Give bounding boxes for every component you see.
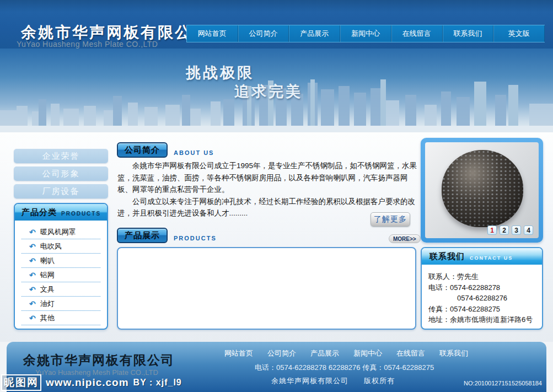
nav-item-about[interactable]: 公司简介 <box>238 25 289 42</box>
category-label: 暖风机网罩 <box>40 227 76 237</box>
banner-slogan-line1: 挑战极限 <box>186 63 254 83</box>
watermark: 昵图网 www.nipic.com BY：xjf_l9 <box>1 374 182 391</box>
intro-paragraph-1: 余姚市华声网板有限公司成立于1995年，是专业生产不锈钢制品，如不锈钢网篮，水果… <box>117 160 418 196</box>
curved-arrow-icon: ↶ <box>29 256 36 265</box>
sidebar-button-factory[interactable]: 厂房设备 <box>14 184 108 198</box>
nav-item-news[interactable]: 新闻中心 <box>340 25 391 42</box>
contact-info: 联系人：劳先生 电话：0574-62288278 0574-62288276 传… <box>422 265 542 325</box>
footer-nav-contact[interactable]: 联系我们 <box>439 348 468 358</box>
product-photo-panel: 1 2 3 4 <box>421 138 543 243</box>
products-en-label: PRODUCTS <box>174 235 217 241</box>
nav-item-contact[interactable]: 联系我们 <box>443 25 494 42</box>
contact-panel: 联系我们 CONTACT US 联系人：劳先生 电话：0574-62288278… <box>421 247 543 330</box>
category-label: 电吹风 <box>40 241 62 251</box>
category-item-speaker[interactable]: ↶ 喇叭 <box>22 254 100 268</box>
page-button-1[interactable]: 1 <box>487 225 497 235</box>
curved-arrow-icon: ↶ <box>29 285 36 294</box>
curved-arrow-icon: ↶ <box>29 242 36 251</box>
footer-nav-message[interactable]: 在线留言 <box>396 348 425 358</box>
category-item-aluminum-mesh[interactable]: ↶ 铝网 <box>22 268 100 282</box>
footer-company-name: 余姚市华声网板有限公司 <box>23 352 175 369</box>
category-item-heater-mesh[interactable]: ↶ 暖风机网罩 <box>22 225 100 239</box>
sidebar-button-honor[interactable]: 企业荣誉 <box>14 149 108 163</box>
footer-nav-home[interactable]: 网站首页 <box>224 348 253 358</box>
contact-address-line: 地址：余姚市低塘街道新洋路6号 <box>428 314 542 325</box>
contact-fax-line: 传真：0574-62288275 <box>428 304 542 315</box>
tab-product-display[interactable]: 产品展示 <box>117 228 168 243</box>
company-logo-subtext: YuYao Huasheng Mesh Plate CO.,LTD <box>17 40 158 49</box>
category-label: 文具 <box>40 284 55 294</box>
contact-phone-line-1: 电话：0574-62288278 <box>428 282 542 293</box>
category-item-other[interactable]: ↶ 其他 <box>22 311 100 325</box>
header: 余姚市华声网板有限公司 YuYao Huasheng Mesh Plate CO… <box>0 0 553 49</box>
footer-nav-about[interactable]: 公司简介 <box>267 348 296 358</box>
category-label: 喇叭 <box>40 256 55 266</box>
content-area: 企业荣誉 公司形象 厂房设备 产品分类 PRODUCTS ↶ 暖风机网罩 ↶ 电… <box>0 132 553 342</box>
category-label: 其他 <box>40 313 55 323</box>
category-item-oil-lamp[interactable]: ↶ 油灯 <box>22 297 100 311</box>
mesh-dome-product-image[interactable]: 1 2 3 4 <box>425 142 539 238</box>
nav-item-message[interactable]: 在线留言 <box>391 25 443 42</box>
learn-more-button[interactable]: 了解更多 <box>371 212 410 227</box>
curved-arrow-icon: ↶ <box>29 314 36 323</box>
about-us-en-label: ABOUT US <box>174 149 214 156</box>
curved-arrow-icon: ↶ <box>29 299 36 308</box>
product-display-box <box>117 247 416 330</box>
footer-nav: 网站首页 公司简介 产品展示 新闻中心 在线留言 联系我们 <box>224 348 468 358</box>
page-button-3[interactable]: 3 <box>512 225 521 235</box>
category-label: 铝网 <box>40 270 55 280</box>
product-category-list: ↶ 暖风机网罩 ↶ 电吹风 ↶ 喇叭 ↶ 铝网 ↶ 文具 <box>15 221 107 325</box>
main-nav: 网站首页 公司简介 产品展示 新闻中心 在线留言 联系我们 英文版 <box>186 25 545 42</box>
tab-about-us[interactable]: 公司简介 <box>117 142 168 158</box>
banner: 挑战极限 追求完美 <box>0 49 553 132</box>
contact-title: 联系我们 <box>429 251 465 262</box>
product-category-panel: 产品分类 PRODUCTS ↶ 暖风机网罩 ↶ 电吹风 ↶ 喇叭 ↶ <box>14 203 108 330</box>
mesh-dome-graphic <box>442 150 523 227</box>
category-item-hairdryer[interactable]: ↶ 电吹风 <box>22 239 100 254</box>
photo-pagination: 1 2 3 4 <box>487 225 533 235</box>
page: 余姚市华声网板有限公司 YuYao Huasheng Mesh Plate CO… <box>0 0 553 392</box>
company-intro-text: 余姚市华声网板有限公司成立于1995年，是专业生产不锈钢制品，如不锈钢网篮，水果… <box>117 160 418 219</box>
footer-phone-line: 电话：0574-62288278 62288276 传真：0574-622882… <box>255 363 434 373</box>
contact-phone-line-2: 0574-62288276 <box>428 293 542 304</box>
sidebar-button-image[interactable]: 公司形象 <box>14 167 108 181</box>
banner-slogan-line2: 追求完美 <box>234 82 303 101</box>
contact-person-line: 联系人：劳先生 <box>428 271 542 282</box>
footer-copyright: 余姚华声网板有限公司 版权所有 <box>271 376 395 386</box>
nav-item-english[interactable]: 英文版 <box>493 25 545 42</box>
category-label: 油灯 <box>40 299 55 309</box>
curved-arrow-icon: ↶ <box>29 228 36 237</box>
product-category-title: 产品分类 <box>22 207 57 218</box>
page-button-2[interactable]: 2 <box>500 225 509 235</box>
watermark-site-logo: 昵图网 <box>1 374 41 391</box>
page-button-4[interactable]: 4 <box>524 225 533 235</box>
watermark-url: www.nipic.com <box>46 377 129 389</box>
footer-nav-news[interactable]: 新闻中心 <box>353 348 382 358</box>
nav-item-products[interactable]: 产品展示 <box>289 25 340 42</box>
product-category-header: 产品分类 PRODUCTS <box>15 204 107 221</box>
more-products-button[interactable]: MORE>> <box>389 234 421 243</box>
contact-title-en: CONTACT US <box>470 255 513 261</box>
category-item-stationery[interactable]: ↶ 文具 <box>22 282 100 297</box>
curved-arrow-icon: ↶ <box>29 271 36 280</box>
contact-panel-header: 联系我们 CONTACT US <box>422 248 542 265</box>
footer-nav-products[interactable]: 产品展示 <box>310 348 339 358</box>
product-category-subtitle: PRODUCTS <box>61 211 101 217</box>
watermark-author: BY：xjf_l9 <box>133 377 182 389</box>
footer-serial-number: NO:20100127151525058184 <box>464 380 542 386</box>
nav-item-home[interactable]: 网站首页 <box>187 25 238 42</box>
